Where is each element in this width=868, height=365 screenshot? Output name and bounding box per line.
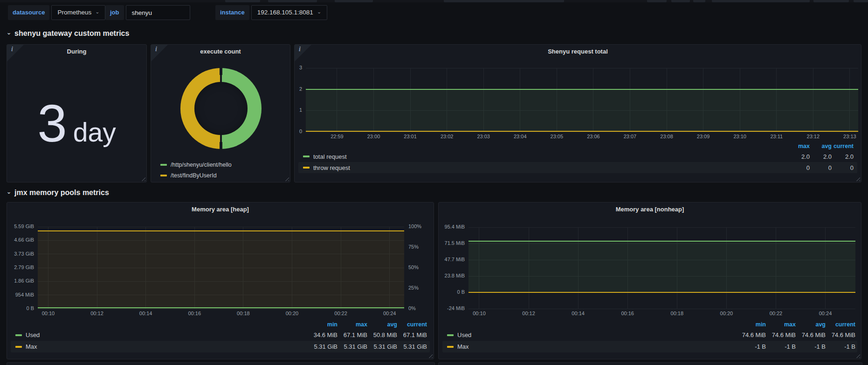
legend-stat-value: -1 B (736, 343, 766, 350)
legend-row[interactable]: /test/findByUserId (160, 171, 217, 180)
panel-resize-handle[interactable] (855, 353, 860, 358)
legend-stat-header[interactable]: current (397, 321, 427, 328)
plot-area[interactable] (306, 68, 858, 132)
y-axis-label: 0 (295, 128, 302, 135)
legend-series-name[interactable]: total request (303, 153, 788, 160)
legend-stat-value: 5.31 GiB (367, 343, 397, 350)
y-axis-label: 47.7 MiB (439, 256, 465, 263)
y-gridline (468, 309, 855, 309)
x-axis-label: 23:01 (399, 134, 421, 139)
legend-stat-value: -1 B (796, 343, 826, 350)
panel-info-corner[interactable]: i (7, 45, 24, 61)
legend-series-name[interactable]: throw request (303, 164, 788, 171)
legend: maxavgcurrenttotal request2.02.02.0throw… (298, 142, 857, 173)
legend-stat-header[interactable]: max (766, 321, 796, 328)
panel-title[interactable]: Memory area [nonheap] (457, 206, 842, 213)
series-fill (468, 241, 855, 292)
panel-info-corner[interactable]: i (295, 45, 311, 61)
x-axis-label: 00:14 (567, 311, 589, 316)
x-axis-label: 00:18 (666, 311, 688, 316)
row-header-shenyu-gateway[interactable]: ⌄ shenyu gateway custom metrics (7, 28, 129, 39)
panel-memory-nonheap: Memory area [nonheap] 95.4 MiB71.5 MiB47… (438, 202, 861, 359)
legend-stat-header[interactable]: min (308, 321, 338, 328)
info-icon: i (299, 46, 301, 53)
legend-stat-header[interactable]: min (736, 321, 766, 328)
panel-title[interactable]: Shenyu request total (313, 48, 842, 55)
panel-resize-handle[interactable] (428, 353, 433, 358)
panel-resize-handle[interactable] (855, 176, 860, 181)
legend-stat-header[interactable]: current (832, 143, 854, 149)
x-axis-label: 23:05 (545, 134, 568, 139)
tab-edge (671, 0, 690, 2)
y-axis-label: 0 B (7, 305, 34, 312)
legend-stat-value: -1 B (826, 343, 855, 350)
y-axis-label: 5.59 GiB (7, 223, 34, 230)
legend-stat-value: 5.31 GiB (308, 343, 338, 350)
legend-row[interactable]: Max5.31 GiB5.31 GiB5.31 GiB5.31 GiB (11, 341, 430, 352)
var-instance-select[interactable]: 192.168.105.1:8081 ⌄ (251, 5, 327, 20)
plot-area[interactable] (38, 227, 404, 309)
x-axis-label: 23:09 (692, 134, 715, 139)
plot-area[interactable] (468, 227, 855, 309)
tab-edge (693, 0, 705, 2)
legend-color-swatch (447, 346, 454, 348)
panel-info-corner[interactable]: i (151, 45, 168, 61)
legend-stat-value: 2.0 (832, 153, 854, 160)
legend-series-name[interactable]: Max (447, 343, 736, 350)
panel-request-total: i Shenyu request total 321022:5923:0023:… (294, 44, 861, 182)
panel-title[interactable]: During (26, 48, 128, 55)
legend-stat-header[interactable]: max (338, 321, 367, 328)
legend-stat-header[interactable]: current (826, 321, 855, 328)
panel-during: i During 3day (7, 44, 147, 182)
y-gridline (468, 227, 855, 228)
x-axis-label: 00:20 (281, 311, 303, 316)
legend-stat-header[interactable]: avg (367, 321, 397, 328)
series-line (468, 292, 855, 293)
y-axis-label: 71.5 MiB (439, 240, 465, 247)
var-datasource-select[interactable]: Prometheus ⌄ (51, 5, 105, 20)
legend-stat-header[interactable]: avg (796, 321, 826, 328)
legend-stat-value: 74.6 MiB (796, 331, 826, 338)
legend-row[interactable]: Max-1 B-1 B-1 B-1 B (442, 341, 857, 352)
legend-row[interactable]: Used34.6 MiB67.1 MiB50.8 MiB67.1 MiB (11, 329, 430, 341)
y-axis-label: 95.4 MiB (439, 223, 465, 230)
panel-memory-heap: Memory area [heap] 5.59 GiB4.66 GiB3.73 … (7, 202, 434, 359)
legend-stat-header[interactable]: max (788, 143, 810, 149)
stat-unit: day (73, 117, 116, 147)
y-axis-label: 0 B (439, 289, 465, 296)
donut-chart[interactable] (180, 68, 262, 149)
x-axis-label: 00:22 (330, 311, 352, 316)
panel-resize-handle[interactable] (284, 176, 289, 181)
x-axis-label: 23:04 (509, 134, 531, 139)
var-job-label: job (105, 5, 124, 20)
y-gridline (306, 68, 858, 68)
var-group-job: job (105, 5, 190, 20)
stat-value: 3 (37, 94, 67, 153)
legend-row[interactable]: total request2.02.02.0 (298, 151, 857, 162)
series-fill (306, 89, 858, 132)
row-header-jmx-memory[interactable]: ⌄ jmx memory pools metrics (7, 187, 109, 198)
var-datasource-label: datasource (8, 5, 49, 20)
legend-row[interactable]: /http/shenyu/client/hello (160, 160, 232, 169)
tab-edge (335, 0, 373, 2)
x-axis-label: 00:20 (715, 311, 737, 316)
x-axis-label: 23:12 (802, 134, 824, 139)
info-icon: i (155, 46, 157, 53)
panel-title[interactable]: execute count (170, 48, 271, 55)
series-line (306, 89, 858, 90)
legend-stat-header[interactable]: avg (810, 143, 832, 149)
job-input[interactable] (126, 5, 190, 20)
x-axis-label: 00:12 (86, 311, 108, 316)
legend-series-name[interactable]: Max (15, 343, 308, 350)
y-axis-label: 23.8 MiB (439, 272, 465, 279)
grafana-dashboard: datasource Prometheus ⌄ job instance 192… (0, 0, 868, 365)
legend-row[interactable]: Used74.6 MiB74.6 MiB74.6 MiB74.6 MiB (442, 329, 857, 341)
y-axis-label: -24 MiB (439, 305, 465, 312)
panel-resize-handle[interactable] (141, 176, 145, 181)
row-title: shenyu gateway custom metrics (14, 29, 129, 38)
legend-row[interactable]: throw request000 (298, 162, 857, 173)
panel-title[interactable]: Memory area [heap] (26, 206, 415, 213)
legend-series-name[interactable]: Used (447, 331, 736, 338)
legend-series-name[interactable]: Used (15, 331, 308, 338)
x-axis-label: 23:00 (363, 134, 385, 139)
